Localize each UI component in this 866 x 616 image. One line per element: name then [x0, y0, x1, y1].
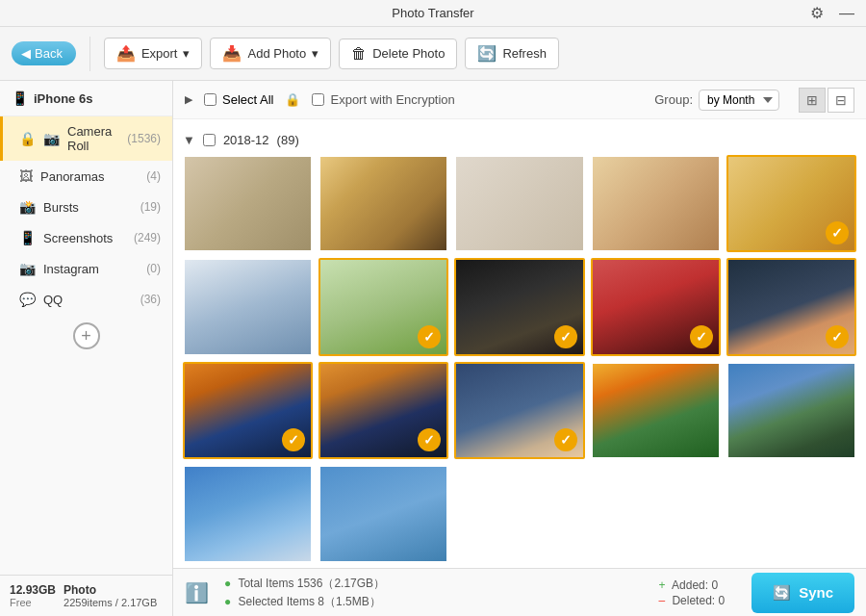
- sidebar-item-instagram[interactable]: 📷 Instagram (0): [0, 253, 172, 284]
- added-label: + Added: 0: [658, 578, 725, 592]
- photo-item[interactable]: ✓: [591, 258, 721, 355]
- grid-view-button[interactable]: ⊞: [799, 88, 826, 113]
- action-bar: ▶ Select All 🔒 Export with Encryption Gr…: [173, 81, 866, 119]
- photo-item[interactable]: ✓: [454, 258, 584, 355]
- bursts-label: Bursts: [43, 200, 133, 215]
- sidebar-item-qq[interactable]: 💬 QQ (36): [0, 284, 172, 315]
- add-photo-label: Add Photo: [247, 46, 306, 61]
- month-label: 2018-12: [223, 133, 269, 147]
- encrypt-label[interactable]: Export with Encryption: [312, 92, 454, 107]
- total-dot: ●: [224, 577, 231, 590]
- camera-icon: 📷: [43, 131, 60, 146]
- selected-badge: ✓: [690, 325, 713, 348]
- total-items-label: ● Total Items 1536（2.17GB）: [224, 576, 385, 592]
- photo-item[interactable]: [591, 155, 721, 252]
- delete-photo-button[interactable]: 🗑 Delete Photo: [339, 38, 457, 69]
- selected-badge: ✓: [554, 325, 577, 348]
- qq-label: QQ: [43, 293, 133, 307]
- selected-badge: ✓: [418, 325, 441, 348]
- sidebar: 📱 iPhone 6s 🔒 📷 Camera Roll (1536) 🖼 Pan…: [0, 81, 173, 616]
- storage-free: 12.93GB: [10, 583, 56, 597]
- photo-item[interactable]: [318, 465, 448, 562]
- photo-info: Photo 2259items / 2.17GB: [64, 583, 157, 608]
- add-album-button[interactable]: +: [73, 322, 100, 349]
- device-icon: 📱: [12, 90, 28, 106]
- sidebar-item-screenshots[interactable]: 📱 Screenshots (249): [0, 222, 172, 253]
- photo-item[interactable]: ✓: [726, 155, 856, 252]
- screenshots-icon: 📱: [19, 230, 36, 245]
- title-bar: Photo Transfer ⚙ —: [0, 0, 866, 27]
- photo-item[interactable]: [183, 258, 313, 355]
- info-icon: ℹ️: [185, 581, 209, 604]
- month-checkbox[interactable]: [203, 134, 216, 146]
- select-all-checkbox[interactable]: [204, 93, 216, 106]
- sync-icon: 🔄: [773, 584, 791, 602]
- photo-item[interactable]: ✓: [183, 362, 313, 459]
- main-area: 📱 iPhone 6s 🔒 📷 Camera Roll (1536) 🖼 Pan…: [0, 81, 866, 616]
- export-icon: 📤: [116, 44, 136, 63]
- selected-badge: ✓: [554, 428, 577, 451]
- panoramas-icon: 🖼: [19, 168, 33, 184]
- export-dropdown-icon: ▾: [183, 46, 190, 61]
- photo-item[interactable]: [591, 362, 721, 459]
- refresh-label: Refresh: [502, 46, 547, 61]
- toolbar: ◀ Back 📤 Export ▾ 📥 Add Photo ▾ 🗑 Delete…: [0, 27, 866, 81]
- group-select[interactable]: by Month by Day by Year: [699, 90, 779, 111]
- bursts-icon: 📸: [19, 199, 36, 215]
- qq-count: (36): [140, 293, 161, 306]
- photo-item[interactable]: ✓: [726, 258, 856, 355]
- screenshots-count: (249): [134, 231, 161, 244]
- title-controls: ⚙ —: [806, 4, 858, 22]
- month-group: ▼ 2018-12 (89) ✓✓✓✓✓✓✓✓: [183, 129, 856, 563]
- sync-label: Sync: [799, 584, 833, 601]
- back-button[interactable]: ◀ Back: [12, 41, 76, 65]
- sidebar-item-bursts[interactable]: 📸 Bursts (19): [0, 192, 172, 222]
- selected-items-label: ● Selected Items 8（1.5MB）: [224, 594, 385, 610]
- app-title: Photo Transfer: [392, 6, 473, 20]
- info-text: ● Total Items 1536（2.17GB） ● Selected It…: [224, 576, 385, 610]
- sync-button[interactable]: 🔄 Sync: [751, 573, 854, 613]
- select-all-text: Select All: [222, 92, 273, 107]
- photo-item[interactable]: ✓: [318, 362, 448, 459]
- settings-button[interactable]: ⚙: [806, 4, 828, 22]
- panoramas-count: (4): [146, 169, 161, 183]
- instagram-label: Instagram: [43, 262, 139, 276]
- refresh-button[interactable]: 🔄 Refresh: [465, 38, 559, 69]
- toolbar-separator: [89, 37, 90, 71]
- camera-roll-count: (1536): [127, 132, 161, 145]
- view-buttons: ⊞ ⊟: [799, 88, 854, 113]
- photos-container[interactable]: ▼ 2018-12 (89) ✓✓✓✓✓✓✓✓: [173, 119, 866, 568]
- added-deleted-info: + Added: 0 – Deleted: 0: [658, 578, 725, 607]
- photo-item[interactable]: [183, 465, 313, 562]
- month-count: (89): [277, 133, 299, 147]
- qq-icon: 💬: [19, 292, 36, 307]
- photo-item[interactable]: [318, 155, 448, 252]
- back-label: Back: [35, 46, 63, 61]
- deleted-label: – Deleted: 0: [658, 594, 725, 607]
- delete-photo-icon: 🗑: [351, 45, 367, 63]
- sidebar-item-panoramas[interactable]: 🖼 Panoramas (4): [0, 161, 172, 192]
- photo-grid: ✓✓✓✓✓✓✓✓: [183, 155, 856, 563]
- photo-items: 2259items / 2.17GB: [64, 597, 157, 608]
- instagram-count: (0): [146, 262, 161, 275]
- back-arrow-icon: ◀: [21, 46, 31, 61]
- photo-item[interactable]: ✓: [454, 362, 584, 459]
- select-all-label[interactable]: Select All: [204, 92, 273, 107]
- add-photo-button[interactable]: 📥 Add Photo ▾: [210, 38, 331, 69]
- instagram-icon: 📷: [19, 261, 36, 276]
- sidebar-item-camera-roll[interactable]: 🔒 📷 Camera Roll (1536): [0, 116, 172, 161]
- device-name: iPhone 6s: [34, 91, 92, 106]
- storage-info: 12.93GB Free: [10, 583, 56, 608]
- minimize-button[interactable]: —: [835, 4, 858, 22]
- photo-item[interactable]: [726, 362, 856, 459]
- lock-icon: 🔒: [285, 92, 300, 107]
- add-photo-icon: 📥: [222, 44, 242, 63]
- photo-item[interactable]: ✓: [318, 258, 448, 355]
- month-collapse-icon[interactable]: ▼: [183, 133, 195, 147]
- list-view-button[interactable]: ⊟: [828, 88, 854, 113]
- export-button[interactable]: 📤 Export ▾: [104, 38, 203, 69]
- photo-item[interactable]: [454, 155, 584, 252]
- photo-item[interactable]: [183, 155, 313, 252]
- month-header: ▼ 2018-12 (89): [183, 129, 856, 155]
- encrypt-checkbox[interactable]: [312, 93, 324, 106]
